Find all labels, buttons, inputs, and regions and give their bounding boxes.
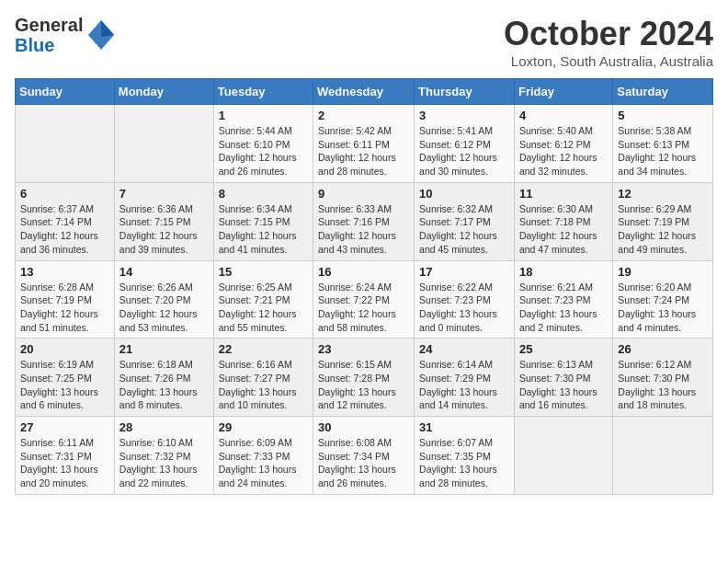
location-title: Loxton, South Australia, Australia bbox=[504, 53, 713, 69]
calendar-cell: 9Sunrise: 6:33 AM Sunset: 7:16 PM Daylig… bbox=[313, 182, 415, 260]
day-number: 30 bbox=[318, 420, 409, 434]
logo: General Blue bbox=[15, 15, 116, 55]
day-number: 31 bbox=[419, 420, 509, 434]
day-number: 13 bbox=[20, 265, 109, 279]
day-info: Sunrise: 6:30 AM Sunset: 7:18 PM Dayligh… bbox=[519, 202, 608, 257]
day-number: 6 bbox=[20, 187, 109, 201]
day-number: 3 bbox=[419, 109, 509, 122]
calendar-cell: 30Sunrise: 6:08 AM Sunset: 7:34 PM Dayli… bbox=[313, 417, 415, 495]
day-info: Sunrise: 6:34 AM Sunset: 7:15 PM Dayligh… bbox=[219, 202, 308, 257]
calendar-cell: 10Sunrise: 6:32 AM Sunset: 7:17 PM Dayli… bbox=[415, 182, 515, 260]
day-number: 28 bbox=[119, 420, 209, 434]
calendar-cell bbox=[16, 105, 115, 183]
title-block: October 2024 Loxton, South Australia, Au… bbox=[504, 15, 713, 69]
day-number: 17 bbox=[419, 265, 509, 279]
calendar-cell bbox=[613, 417, 713, 495]
calendar-cell: 6Sunrise: 6:37 AM Sunset: 7:14 PM Daylig… bbox=[16, 182, 115, 260]
day-number: 29 bbox=[219, 420, 308, 434]
day-info: Sunrise: 5:44 AM Sunset: 6:10 PM Dayligh… bbox=[219, 124, 308, 178]
calendar-cell bbox=[114, 105, 213, 183]
calendar-cell: 1Sunrise: 5:44 AM Sunset: 6:10 PM Daylig… bbox=[213, 105, 313, 183]
day-number: 24 bbox=[419, 342, 509, 356]
day-info: Sunrise: 6:08 AM Sunset: 7:34 PM Dayligh… bbox=[318, 436, 409, 490]
calendar-cell: 14Sunrise: 6:26 AM Sunset: 7:20 PM Dayli… bbox=[114, 260, 213, 339]
weekday-header: Monday bbox=[114, 79, 213, 105]
day-info: Sunrise: 6:21 AM Sunset: 7:23 PM Dayligh… bbox=[519, 281, 608, 335]
day-info: Sunrise: 6:20 AM Sunset: 7:24 PM Dayligh… bbox=[618, 281, 708, 335]
calendar-cell: 3Sunrise: 5:41 AM Sunset: 6:12 PM Daylig… bbox=[415, 105, 515, 183]
day-info: Sunrise: 6:18 AM Sunset: 7:26 PM Dayligh… bbox=[119, 358, 209, 412]
day-number: 20 bbox=[20, 342, 109, 356]
day-number: 7 bbox=[119, 187, 209, 201]
day-info: Sunrise: 6:22 AM Sunset: 7:23 PM Dayligh… bbox=[419, 281, 509, 335]
day-number: 19 bbox=[618, 265, 708, 279]
day-info: Sunrise: 6:37 AM Sunset: 7:14 PM Dayligh… bbox=[20, 202, 109, 257]
day-info: Sunrise: 6:14 AM Sunset: 7:29 PM Dayligh… bbox=[419, 358, 509, 412]
page-header: General Blue October 2024 Loxton, South … bbox=[15, 15, 713, 69]
calendar-cell: 27Sunrise: 6:11 AM Sunset: 7:31 PM Dayli… bbox=[16, 417, 115, 495]
day-number: 21 bbox=[119, 342, 209, 356]
day-number: 23 bbox=[318, 342, 409, 356]
calendar-cell: 17Sunrise: 6:22 AM Sunset: 7:23 PM Dayli… bbox=[415, 260, 515, 339]
calendar-cell: 23Sunrise: 6:15 AM Sunset: 7:28 PM Dayli… bbox=[313, 339, 415, 417]
calendar-cell: 31Sunrise: 6:07 AM Sunset: 7:35 PM Dayli… bbox=[415, 417, 515, 495]
weekday-header: Thursday bbox=[415, 79, 515, 105]
calendar-cell: 15Sunrise: 6:25 AM Sunset: 7:21 PM Dayli… bbox=[213, 260, 313, 339]
day-info: Sunrise: 6:32 AM Sunset: 7:17 PM Dayligh… bbox=[419, 202, 509, 257]
day-info: Sunrise: 6:12 AM Sunset: 7:30 PM Dayligh… bbox=[618, 358, 708, 412]
svg-marker-1 bbox=[101, 20, 114, 37]
day-number: 14 bbox=[119, 265, 209, 279]
day-info: Sunrise: 6:26 AM Sunset: 7:20 PM Dayligh… bbox=[119, 281, 209, 335]
calendar-cell: 12Sunrise: 6:29 AM Sunset: 7:19 PM Dayli… bbox=[613, 182, 713, 260]
logo-blue: Blue bbox=[15, 35, 83, 55]
calendar-cell: 4Sunrise: 5:40 AM Sunset: 6:12 PM Daylig… bbox=[514, 105, 612, 183]
day-number: 4 bbox=[519, 109, 608, 122]
day-number: 9 bbox=[318, 187, 409, 201]
calendar-cell: 19Sunrise: 6:20 AM Sunset: 7:24 PM Dayli… bbox=[613, 260, 713, 339]
day-info: Sunrise: 5:41 AM Sunset: 6:12 PM Dayligh… bbox=[419, 124, 509, 178]
day-number: 27 bbox=[20, 420, 109, 434]
day-info: Sunrise: 6:10 AM Sunset: 7:32 PM Dayligh… bbox=[119, 436, 209, 490]
calendar-cell: 7Sunrise: 6:36 AM Sunset: 7:15 PM Daylig… bbox=[114, 182, 213, 260]
day-info: Sunrise: 6:29 AM Sunset: 7:19 PM Dayligh… bbox=[618, 202, 708, 257]
day-number: 26 bbox=[618, 342, 708, 356]
day-info: Sunrise: 6:33 AM Sunset: 7:16 PM Dayligh… bbox=[318, 202, 409, 257]
calendar-cell: 16Sunrise: 6:24 AM Sunset: 7:22 PM Dayli… bbox=[313, 260, 415, 339]
weekday-header: Saturday bbox=[613, 79, 713, 105]
weekday-header: Friday bbox=[514, 79, 612, 105]
calendar-table: SundayMondayTuesdayWednesdayThursdayFrid… bbox=[15, 78, 713, 495]
calendar-cell: 20Sunrise: 6:19 AM Sunset: 7:25 PM Dayli… bbox=[16, 339, 115, 417]
calendar-cell: 18Sunrise: 6:21 AM Sunset: 7:23 PM Dayli… bbox=[514, 260, 612, 339]
day-info: Sunrise: 6:24 AM Sunset: 7:22 PM Dayligh… bbox=[318, 281, 409, 335]
day-info: Sunrise: 6:36 AM Sunset: 7:15 PM Dayligh… bbox=[119, 202, 209, 257]
day-number: 11 bbox=[519, 187, 608, 201]
day-number: 25 bbox=[519, 342, 608, 356]
calendar-header: SundayMondayTuesdayWednesdayThursdayFrid… bbox=[16, 79, 713, 105]
day-info: Sunrise: 6:07 AM Sunset: 7:35 PM Dayligh… bbox=[419, 436, 509, 490]
day-info: Sunrise: 5:40 AM Sunset: 6:12 PM Dayligh… bbox=[519, 124, 608, 178]
calendar-cell: 13Sunrise: 6:28 AM Sunset: 7:19 PM Dayli… bbox=[16, 260, 115, 339]
day-info: Sunrise: 6:16 AM Sunset: 7:27 PM Dayligh… bbox=[219, 358, 308, 412]
logo-icon bbox=[86, 17, 116, 53]
calendar-cell: 2Sunrise: 5:42 AM Sunset: 6:11 PM Daylig… bbox=[313, 105, 415, 183]
day-info: Sunrise: 6:15 AM Sunset: 7:28 PM Dayligh… bbox=[318, 358, 409, 412]
calendar-cell: 28Sunrise: 6:10 AM Sunset: 7:32 PM Dayli… bbox=[114, 417, 213, 495]
day-number: 22 bbox=[219, 342, 308, 356]
day-number: 10 bbox=[419, 187, 509, 201]
day-number: 16 bbox=[318, 265, 409, 279]
calendar-cell: 29Sunrise: 6:09 AM Sunset: 7:33 PM Dayli… bbox=[213, 417, 313, 495]
day-number: 2 bbox=[318, 109, 409, 122]
calendar-cell: 8Sunrise: 6:34 AM Sunset: 7:15 PM Daylig… bbox=[213, 182, 313, 260]
calendar-cell: 26Sunrise: 6:12 AM Sunset: 7:30 PM Dayli… bbox=[613, 339, 713, 417]
calendar-cell: 5Sunrise: 5:38 AM Sunset: 6:13 PM Daylig… bbox=[613, 105, 713, 183]
day-info: Sunrise: 6:19 AM Sunset: 7:25 PM Dayligh… bbox=[20, 358, 109, 412]
calendar-cell bbox=[514, 417, 612, 495]
logo-general: General bbox=[15, 15, 83, 35]
day-info: Sunrise: 6:13 AM Sunset: 7:30 PM Dayligh… bbox=[519, 358, 608, 412]
calendar-cell: 25Sunrise: 6:13 AM Sunset: 7:30 PM Dayli… bbox=[514, 339, 612, 417]
weekday-header: Sunday bbox=[16, 79, 115, 105]
weekday-header: Wednesday bbox=[313, 79, 415, 105]
day-info: Sunrise: 6:09 AM Sunset: 7:33 PM Dayligh… bbox=[219, 436, 308, 490]
calendar-cell: 11Sunrise: 6:30 AM Sunset: 7:18 PM Dayli… bbox=[514, 182, 612, 260]
day-info: Sunrise: 5:42 AM Sunset: 6:11 PM Dayligh… bbox=[318, 124, 409, 178]
